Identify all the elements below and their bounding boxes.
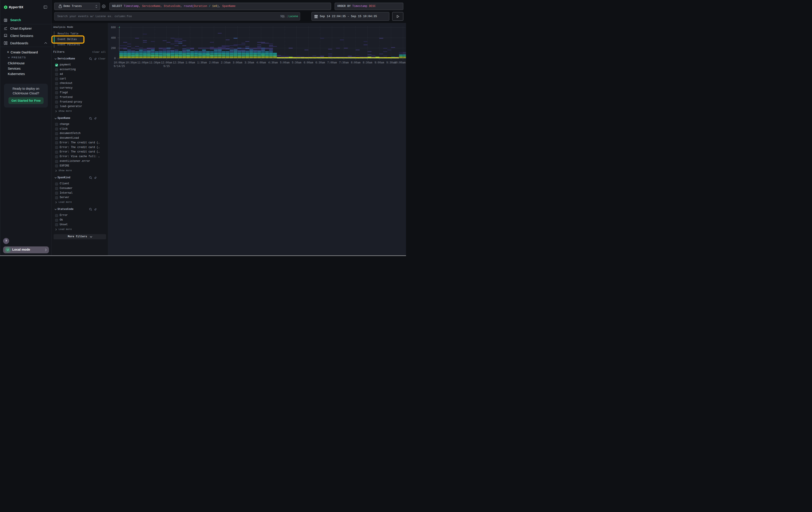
svg-text:1:30am: 1:30am (197, 61, 207, 64)
svg-text:11:00pm: 11:00pm (137, 61, 148, 64)
svg-text:7:00am: 7:00am (327, 61, 337, 64)
svg-text:200: 200 (111, 47, 116, 50)
svg-text:600: 600 (111, 26, 116, 29)
svg-text:0: 0 (114, 57, 116, 60)
svg-text:2:30am: 2:30am (221, 61, 230, 64)
svg-text:12:00am: 12:00am (161, 61, 172, 64)
svg-text:10:30pm: 10:30pm (125, 61, 137, 64)
svg-text:4:00am: 4:00am (256, 61, 266, 64)
svg-text:3:30am: 3:30am (244, 61, 254, 64)
svg-text:1:00am: 1:00am (185, 61, 195, 64)
svg-text:8:30am: 8:30am (362, 61, 372, 64)
svg-text:10:00am: 10:00am (395, 61, 406, 64)
svg-text:4:30am: 4:30am (268, 61, 278, 64)
svg-text:9/14/25: 9/14/25 (114, 65, 125, 68)
svg-text:9:00am: 9:00am (374, 61, 384, 64)
svg-text:400: 400 (111, 36, 116, 39)
svg-text:8:00am: 8:00am (351, 61, 360, 64)
svg-text:6:00am: 6:00am (303, 61, 313, 64)
svg-text:7:30am: 7:30am (339, 61, 349, 64)
svg-text:3:00am: 3:00am (233, 61, 242, 64)
svg-text:6:30am: 6:30am (316, 61, 325, 64)
svg-text:10:00pm: 10:00pm (114, 61, 125, 64)
svg-text:2:00am: 2:00am (209, 61, 219, 64)
svg-text:12:30am: 12:30am (173, 61, 184, 64)
svg-text:5:00am: 5:00am (280, 61, 289, 64)
svg-text:5:30am: 5:30am (292, 61, 301, 64)
svg-text:9/15: 9/15 (164, 65, 170, 68)
svg-text:11:30pm: 11:30pm (149, 61, 160, 64)
